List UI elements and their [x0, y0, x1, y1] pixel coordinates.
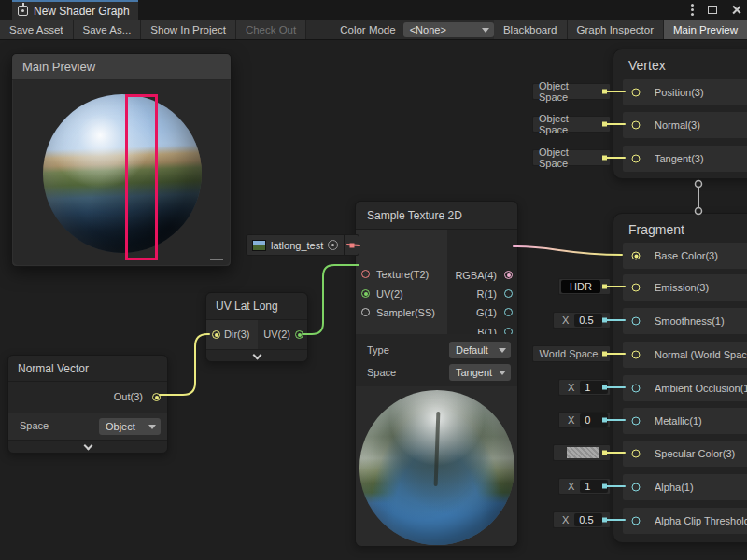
node-uv-lat-long[interactable]: UV Lat Long Dir(3) UV(2) [205, 292, 308, 362]
value-field[interactable]: 0.5 [574, 314, 602, 327]
port-rgba-output[interactable] [504, 271, 513, 279]
dropdown-value: <None> [410, 24, 446, 35]
chevron-down-icon [499, 348, 506, 353]
port-emission[interactable] [632, 284, 641, 292]
collapse-button[interactable] [206, 349, 307, 363]
collapse-button[interactable] [8, 440, 167, 455]
dropdown-value: Default [456, 344, 488, 356]
port-metallic[interactable] [632, 417, 641, 426]
maximize-icon[interactable] [708, 6, 717, 14]
node-texture-property[interactable]: latlong_test [246, 234, 359, 256]
default-input-normal[interactable]: Object Space [532, 116, 611, 133]
check-out-button[interactable]: Check Out [236, 20, 306, 39]
node-fragment[interactable]: Fragment Base Color(3) Emission(3) Smoot… [613, 213, 747, 543]
space-dropdown[interactable]: Tangent [449, 364, 511, 381]
default-input-tangent[interactable]: Object Space [532, 149, 611, 166]
fragment-row-alpha: Alpha(1) [623, 474, 747, 500]
preview-window-titlebar[interactable]: Main Preview [12, 54, 231, 80]
port-texture-input[interactable] [361, 270, 370, 278]
default-input-metallic[interactable]: X 0 [558, 412, 611, 428]
fragment-row-specular-color: Specular Color(3) [623, 441, 747, 467]
port-uv-input[interactable] [361, 289, 370, 298]
color-swatch[interactable] [567, 447, 599, 458]
node-titlebar[interactable]: UV Lat Long [206, 293, 307, 320]
main-preview-window[interactable]: Main Preview [11, 53, 232, 267]
port-out-output[interactable] [152, 393, 161, 401]
default-input-position[interactable]: Object Space [532, 83, 611, 100]
default-input-normal-ws[interactable]: World Space [532, 345, 611, 362]
port-dot [602, 518, 607, 523]
close-icon[interactable] [731, 5, 741, 15]
window-controls [691, 0, 741, 20]
port-normal[interactable] [632, 121, 641, 130]
save-as-button[interactable]: Save As... [74, 20, 142, 39]
pill-text: Object Space [539, 113, 599, 135]
toolbar: Save Asset Save As... Show In Project Ch… [0, 20, 747, 40]
port-label: Emission(3) [655, 282, 709, 293]
port-label: Normal(3) [655, 119, 700, 131]
node-vertex[interactable]: Vertex Position(3) Normal(3) Tangent(3) [613, 49, 747, 179]
hdr-badge: HDR [561, 280, 600, 293]
node-controls: Type Default Space Tangent [356, 334, 517, 386]
x-label: X [562, 514, 569, 525]
port-label: Tangent(3) [655, 153, 704, 164]
port-label: Smoothness(1) [655, 315, 725, 327]
default-input-emission[interactable]: HDR [558, 278, 611, 295]
default-input-smoothness[interactable]: X 0.5 [553, 312, 611, 329]
port-alpha[interactable] [632, 483, 641, 492]
port-label: Ambient Occlusion(1) [655, 383, 747, 394]
node-titlebar[interactable]: Sample Texture 2D [356, 202, 517, 230]
port-sampler-input[interactable] [361, 308, 370, 316]
port-r-output[interactable] [504, 289, 513, 298]
port-dot [602, 418, 607, 423]
port-dir-input[interactable] [212, 330, 220, 339]
space-dropdown[interactable]: Object [99, 418, 161, 435]
vertex-row-tangent: Tangent(3) [623, 146, 747, 172]
graph-inspector-button[interactable]: Graph Inspector [568, 20, 664, 39]
node-title: UV Lat Long [216, 300, 278, 313]
port-smoothness[interactable] [632, 317, 641, 326]
show-in-project-button[interactable]: Show In Project [141, 20, 236, 39]
value-field[interactable]: 0.5 [574, 513, 602, 526]
port-g-output[interactable] [504, 308, 513, 316]
input-row-uv: UV(2) [356, 285, 447, 303]
node-normal-vector[interactable]: Normal Vector Out(3) Space Object [7, 355, 168, 454]
default-input-ambient-occlusion[interactable]: X 1 [558, 379, 611, 396]
port-normal-world-space[interactable] [632, 351, 641, 359]
port-dot[interactable] [349, 243, 354, 247]
default-input-alpha-clip[interactable]: X 0.5 [553, 511, 611, 528]
tab-new-shader-graph[interactable]: New Shader Graph [12, 0, 138, 20]
default-input-alpha[interactable]: X 1 [558, 478, 611, 495]
port-dot [602, 352, 607, 357]
port-label: RGBA(4) [455, 270, 497, 281]
port-specular-color[interactable] [632, 450, 641, 458]
default-input-specular-color[interactable] [553, 444, 611, 461]
blackboard-button[interactable]: Blackboard [494, 20, 568, 39]
port-base-color[interactable] [632, 252, 641, 260]
save-asset-button[interactable]: Save Asset [0, 20, 74, 39]
dropdown-value: Object [106, 421, 135, 432]
port-label: G(1) [476, 307, 497, 318]
port-dot [602, 451, 607, 455]
port-tangent[interactable] [632, 155, 641, 163]
node-controls: Space Object [8, 413, 167, 440]
port-position[interactable] [632, 89, 641, 97]
node-sample-texture-2d[interactable]: Sample Texture 2D Texture(T2) UV(2) Samp… [355, 201, 518, 546]
port-label: Out(3) [114, 391, 143, 402]
port-uv-output[interactable] [295, 330, 303, 339]
color-mode-dropdown[interactable]: <None> [403, 22, 494, 37]
node-titlebar[interactable]: Normal Vector [8, 356, 167, 382]
input-row-texture: Texture(T2) [356, 265, 447, 284]
resize-grip[interactable] [210, 259, 223, 260]
property-main: latlong_test [247, 235, 344, 255]
port-alpha-clip-threshold[interactable] [632, 517, 641, 525]
port-label: Alpha(1) [655, 482, 694, 493]
type-dropdown[interactable]: Default [449, 342, 511, 358]
main-preview-button[interactable]: Main Preview [664, 20, 747, 39]
kebab-menu-icon[interactable] [691, 8, 694, 11]
output-row-g: G(1) [445, 303, 517, 322]
port-ambient-occlusion[interactable] [632, 385, 641, 393]
node-title: Sample Texture 2D [367, 209, 462, 222]
port-label: UV(2) [376, 288, 403, 300]
preview-toggle-icon[interactable] [328, 240, 338, 250]
